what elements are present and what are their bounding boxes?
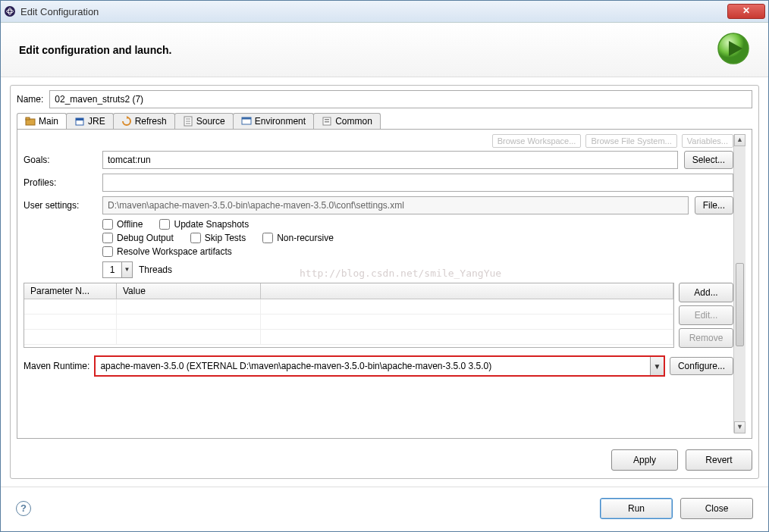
param-col-value: Value [117,283,261,299]
source-tab-icon [183,116,193,127]
table-row[interactable] [24,299,673,315]
param-col-name: Parameter N... [24,283,117,299]
scroll-area: Browse Workspace... Browse File System..… [24,134,733,433]
runtime-row: Maven Runtime: apache-maven-3.5.0 (EXTER… [24,355,733,377]
skip-tests-check[interactable]: Skip Tests [190,233,246,243]
chevron-down-icon[interactable]: ▼ [121,262,132,277]
user-settings-row: User settings: File... [24,196,733,214]
profiles-label: Profiles: [24,177,96,188]
common-tab-icon [322,116,332,127]
parameters-table[interactable]: Parameter N... Value [24,283,674,348]
jre-tab-icon [74,116,85,127]
revert-button[interactable]: Revert [686,449,752,471]
vertical-scrollbar[interactable]: ▲ ▼ [733,134,745,433]
tab-environment[interactable]: Environment [233,113,314,129]
dialog-window: Edit Configuration ✕ Edit configuration … [0,0,769,532]
environment-tab-icon [241,116,252,127]
threads-label: Threads [139,264,172,275]
runtime-label: Maven Runtime: [24,361,89,371]
ghost-button-row: Browse Workspace... Browse File System..… [24,134,733,148]
titlebar: Edit Configuration ✕ [1,1,768,23]
offline-check[interactable]: Offline [102,219,143,230]
add-button[interactable]: Add... [679,283,733,302]
tab-main[interactable]: Main [17,113,67,129]
run-button[interactable]: Run [600,498,673,519]
tab-jre[interactable]: JRE [66,113,114,129]
tab-main-label: Main [39,116,58,127]
scroll-down-icon[interactable]: ▼ [734,421,745,433]
browse-workspace-ghost: Browse Workspace... [492,134,582,148]
name-input[interactable] [49,90,752,108]
runtime-value: apache-maven-3.5.0 (EXTERNAL D:\maven\ap… [96,359,650,373]
threads-spinner[interactable]: 1 ▼ [102,261,133,278]
help-icon[interactable]: ? [16,501,31,516]
apply-button[interactable]: Apply [611,449,678,471]
non-recursive-check[interactable]: Non-recursive [262,233,334,243]
bottom-row: ? Run Close [1,487,768,531]
tab-source-label: Source [196,116,225,127]
tab-source[interactable]: Source [174,113,234,129]
variables-ghost: Variables... [682,134,733,148]
goals-label: Goals: [24,155,96,165]
tab-common-label: Common [335,116,372,127]
scroll-thumb[interactable] [736,263,744,346]
apply-row: Apply Revert [17,439,752,471]
svg-rect-18 [325,121,329,123]
resolve-workspace-check[interactable]: Resolve Workspace artifacts [102,246,232,257]
close-button[interactable]: Close [680,498,753,519]
parameters-header: Parameter N... Value [24,283,673,299]
tab-bar: Main JRE Refresh Source Environment [17,113,752,130]
profiles-row: Profiles: [24,174,733,192]
parameters-body [24,299,673,346]
banner: Edit configuration and launch. [1,23,768,77]
chevron-down-icon[interactable]: ▼ [650,357,664,375]
remove-button[interactable]: Remove [679,328,733,348]
configure-button[interactable]: Configure... [670,357,733,375]
main-tab-icon [25,116,36,127]
name-row: Name: [17,90,752,108]
window-title: Edit Configuration [20,6,727,17]
update-snapshots-check[interactable]: Update Snapshots [159,219,249,230]
debug-output-check[interactable]: Debug Output [102,233,174,243]
banner-headline: Edit configuration and launch. [19,44,717,56]
browse-filesystem-ghost: Browse File System... [585,134,676,148]
parameters-area: Parameter N... Value Add... [24,283,733,348]
threads-value: 1 [103,264,121,275]
user-settings-label: User settings: [24,200,96,211]
svg-rect-8 [76,118,83,120]
close-window-button[interactable]: ✕ [727,4,765,19]
tab-refresh[interactable]: Refresh [113,113,175,129]
param-col-empty [261,283,673,299]
options-checks: Offline Update Snapshots Debug Output Sk… [24,219,733,257]
svg-rect-6 [26,117,30,120]
edit-button[interactable]: Edit... [679,305,733,325]
tab-refresh-label: Refresh [135,116,167,127]
tab-jre-label: JRE [88,116,105,127]
eclipse-icon [4,5,16,17]
refresh-tab-icon [121,116,132,127]
name-label: Name: [17,94,43,105]
select-button[interactable]: Select... [684,151,733,169]
runtime-select[interactable]: apache-maven-3.5.0 (EXTERNAL D:\maven\ap… [94,355,665,377]
config-panel: Name: Main JRE Refresh Source [10,85,759,479]
tab-body: Browse Workspace... Browse File System..… [17,130,752,439]
svg-rect-15 [242,117,251,120]
table-row[interactable] [24,315,673,330]
svg-rect-17 [325,119,329,120]
threads-row: 1 ▼ Threads [24,261,733,278]
goals-row: Goals: Select... [24,151,733,169]
scroll-up-icon[interactable]: ▲ [734,134,745,146]
tab-common[interactable]: Common [313,113,381,129]
user-settings-input[interactable] [102,196,689,214]
param-buttons: Add... Edit... Remove [679,283,733,348]
table-row[interactable] [24,330,673,345]
file-button[interactable]: File... [695,196,733,214]
profiles-input[interactable] [102,174,733,192]
content-area: Name: Main JRE Refresh Source [1,77,768,487]
run-large-icon [717,32,750,67]
tab-environment-label: Environment [255,116,306,127]
goals-input[interactable] [102,151,678,169]
